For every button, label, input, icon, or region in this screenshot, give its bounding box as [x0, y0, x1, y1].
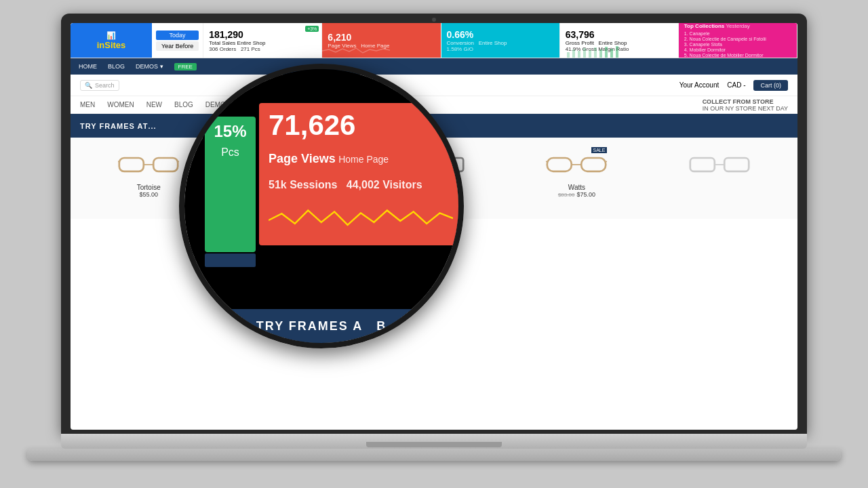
conversion-sub: 1.58% G/O [447, 46, 554, 52]
profit-value: 63,796 [566, 29, 673, 40]
nav-demos[interactable]: DEMOS ▾ [136, 63, 163, 70]
cart-button[interactable]: Cart (0) [753, 80, 788, 91]
nav-new[interactable]: NEW [146, 101, 162, 108]
svg-rect-21 [439, 158, 463, 171]
profit-sparkline [560, 44, 628, 58]
nav-women[interactable]: WOMEN [107, 101, 134, 108]
product-watts[interactable]: SALE Watts $83.00 $75.00 [505, 144, 648, 212]
screen-content: 📊 inSites Today Year Before +3% 181,290 … [71, 23, 797, 430]
product-5[interactable] [648, 144, 791, 212]
sales-label: Total Sales Entire Shop [209, 40, 316, 46]
nav-demos2[interactable]: DEMOS ▾ [205, 101, 235, 108]
product-image [403, 147, 465, 181]
svg-rect-0 [567, 52, 570, 58]
hero-text: TRY FRAMES AT [80, 122, 148, 130]
logo-icon: 📊 [106, 31, 116, 40]
svg-rect-28 [690, 158, 715, 171]
sales-sub: 306 Orders 271 Pcs [209, 46, 316, 52]
logo-text: inSites [97, 40, 126, 50]
analytics-bar: 📊 inSites Today Year Before +3% 181,290 … [71, 23, 797, 58]
laptop-shell: 📊 inSites Today Year Before +3% 181,290 … [61, 14, 807, 474]
account-link[interactable]: Your Account [679, 81, 719, 89]
svg-rect-6 [599, 49, 602, 58]
glasses-image-b [403, 150, 465, 178]
product-name: B [432, 184, 437, 191]
hero-text-suffix: ... [148, 122, 156, 130]
magnifier-blue-sub [205, 253, 256, 267]
product-arthur[interactable]: Arthur $75.00 [220, 144, 362, 212]
products-area: Tortoise $55.00 Arthur [71, 138, 797, 219]
product-image [689, 147, 750, 181]
glasses-image-watts [546, 150, 607, 178]
glasses-image-5 [689, 150, 750, 178]
today-button[interactable]: Today [156, 30, 199, 40]
svg-rect-15 [262, 158, 286, 171]
svg-rect-8 [610, 49, 613, 58]
product-tortoise[interactable]: Tortoise $55.00 [77, 144, 220, 212]
shop-header: 🔍 Search Your Account CAD - Cart (0) [71, 75, 797, 96]
metric-profit: 63,796 Gross Profit Entire Shop 41.9% Gr… [560, 23, 679, 58]
laptop-bottom-bar [27, 449, 841, 461]
search-icon: 🔍 [85, 82, 92, 89]
product-price: $75.00 [282, 191, 301, 198]
product-name: Arthur [282, 184, 300, 191]
svg-rect-2 [578, 51, 580, 58]
laptop-hinge [366, 442, 502, 447]
old-price: $83.00 [558, 192, 574, 198]
insites-logo: 📊 inSites [71, 23, 152, 58]
conversion-label: Conversion Entire Shop [447, 40, 554, 46]
cad-label[interactable]: CAD - [727, 81, 745, 89]
svg-rect-23 [547, 158, 572, 171]
pageviews-sparkline [322, 44, 390, 58]
svg-rect-24 [582, 158, 606, 171]
product-image [118, 147, 179, 181]
time-selector: Today Year Before [152, 23, 203, 58]
search-placeholder: Search [95, 82, 115, 89]
collect-subtitle: IN OUR NY STORE NEXT DAY [703, 105, 788, 112]
metric-collections: Top Collections Yesterday 1. Canapele 2.… [679, 23, 797, 58]
hero-banner: TRY FRAMES AT ... [71, 114, 797, 138]
sales-value: 181,290 [209, 29, 316, 40]
product-b[interactable]: B [363, 144, 505, 212]
nav-bar: HOME BLOG DEMOS ▾ FREE [71, 58, 797, 75]
sales-badge: +3% [305, 26, 319, 32]
magnifier-bottom-text: TRY FRAMES A [256, 319, 363, 333]
svg-rect-29 [724, 158, 749, 171]
search-box[interactable]: 🔍 Search [80, 80, 119, 91]
collections-header: Top Collections Yesterday [684, 23, 791, 29]
svg-rect-5 [594, 47, 597, 58]
product-price: $55.00 [139, 191, 158, 198]
free-badge: FREE [174, 63, 197, 70]
svg-rect-11 [153, 158, 178, 171]
svg-rect-3 [583, 48, 586, 58]
nav-blog[interactable]: BLOG [108, 63, 125, 70]
product-nav: MEN WOMEN NEW BLOG DEMOS ▾ COLLECT FROM … [71, 96, 797, 114]
camera-dot [432, 18, 436, 22]
svg-rect-4 [589, 50, 591, 58]
collect-info: COLLECT FROM STORE IN OUR NY STORE NEXT … [703, 98, 788, 112]
collect-title: COLLECT FROM STORE [703, 98, 788, 105]
price-row: $83.00 $75.00 [558, 191, 595, 198]
header-right: Your Account CAD - Cart (0) [679, 80, 788, 91]
year-before-button[interactable]: Year Before [156, 41, 199, 51]
product-image [261, 147, 322, 181]
screen-bezel: 📊 inSites Today Year Before +3% 181,290 … [61, 14, 807, 434]
nav-blog2[interactable]: BLOG [174, 101, 193, 108]
metric-conversion: 0.66% Conversion Entire Shop 1.58% G/O [441, 23, 560, 58]
sale-badge: SALE [591, 147, 608, 153]
product-image: SALE [546, 147, 607, 181]
svg-rect-7 [605, 47, 608, 58]
product-name: Tortoise [137, 184, 161, 191]
svg-rect-20 [405, 158, 429, 171]
glasses-image-tortoise [118, 150, 179, 178]
svg-rect-10 [119, 158, 144, 171]
conversion-value: 0.66% [447, 29, 554, 40]
metric-pageviews: 6,210 Page Views Home Page [322, 23, 441, 58]
nav-men[interactable]: MEN [80, 101, 95, 108]
product-name: Watts [568, 184, 585, 191]
nav-home[interactable]: HOME [79, 63, 97, 70]
magnifier-b-label: B [376, 319, 387, 333]
laptop-base [61, 434, 807, 449]
svg-rect-9 [616, 46, 618, 58]
metric-sales: +3% 181,290 Total Sales Entire Shop 306 … [203, 23, 322, 58]
